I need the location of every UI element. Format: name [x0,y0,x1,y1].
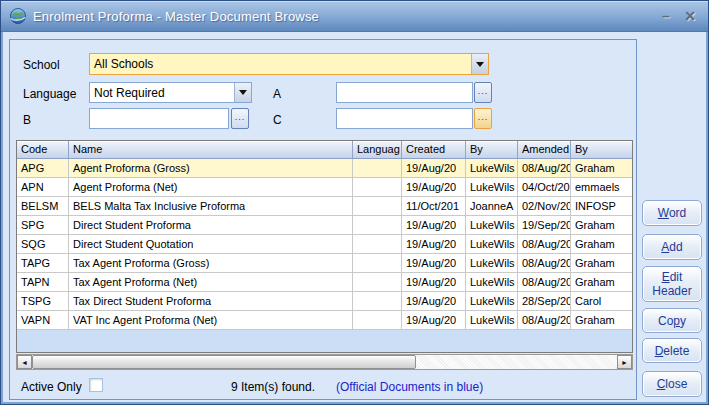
table-cell: 08/Aug/20 [518,235,571,253]
table-cell: BELSM [17,197,69,215]
table-cell: Graham [571,254,632,272]
add-button[interactable]: Add [642,234,702,260]
language-value: Not Required [94,86,165,100]
scrollbar-thumb[interactable] [32,355,416,369]
column-header-4[interactable]: By [466,141,518,158]
horizontal-scrollbar[interactable]: ◄ ► [16,354,633,370]
table-cell: Direct Student Quotation [69,235,353,253]
word-button[interactable]: Word [642,200,702,226]
table-cell: SQG [17,235,69,253]
official-documents-note: (Official Documents in blue) [336,380,483,394]
table-row[interactable]: VAPNVAT Inc Agent Proforma (Net)19/Aug/2… [17,311,632,330]
school-dropdown-button[interactable] [471,54,488,74]
table-cell: 19/Aug/20 [402,254,466,272]
minimize-button[interactable]: – [656,5,676,27]
close-window-button[interactable]: ✕ [680,5,700,27]
column-header-0[interactable]: Code [17,141,69,158]
table-cell: 19/Aug/20 [402,311,466,329]
table-cell: Agent Proforma (Net) [69,178,353,196]
table-cell: 08/Aug/20 [518,254,571,272]
button-label: Copy [658,314,686,328]
table-header: CodeNameLanguagCreatedByAmendedBy [17,141,632,159]
table-body: APGAgent Proforma (Gross)19/Aug/20LukeWi… [17,159,632,330]
column-header-2[interactable]: Languag [353,141,402,158]
active-only-label: Active Only [21,380,82,394]
language-label: Language [23,87,76,101]
close-button[interactable]: Close [642,371,702,397]
table-cell: Tax Agent Proforma (Gross) [69,254,353,272]
column-header-6[interactable]: By [571,141,632,158]
button-label: Word [658,206,686,220]
school-label: School [23,58,60,72]
table-cell: 19/Aug/20 [402,235,466,253]
table-cell [353,235,402,253]
document-table: CodeNameLanguagCreatedByAmendedBy APGAge… [16,140,633,353]
table-cell: BELS Malta Tax Inclusive Proforma [69,197,353,215]
table-cell [353,273,402,291]
table-cell: Graham [571,235,632,253]
button-label: Delete [655,344,690,358]
table-cell: VAPN [17,311,69,329]
field-b-label: B [23,113,31,127]
table-cell: emmaels [571,178,632,196]
table-row[interactable]: SQGDirect Student Quotation19/Aug/20Luke… [17,235,632,254]
table-cell: INFOSP [571,197,632,215]
table-row[interactable]: SPGDirect Student Proforma19/Aug/20LukeW… [17,216,632,235]
table-cell: TAPN [17,273,69,291]
table-cell [353,216,402,234]
table-cell [353,292,402,310]
table-cell: TAPG [17,254,69,272]
column-header-5[interactable]: Amended [518,141,571,158]
edit-header-button[interactable]: EditHeader [642,266,702,302]
table-row[interactable]: TSPGTax Direct Student Proforma19/Aug/20… [17,292,632,311]
table-cell: Carol [571,292,632,310]
table-row[interactable]: APNAgent Proforma (Net)19/Aug/20LukeWils… [17,178,632,197]
table-cell: Graham [571,311,632,329]
button-label: Header [652,284,691,298]
button-label: Edit [662,270,683,284]
table-cell: LukeWils [466,235,518,253]
field-c-input[interactable] [336,108,473,129]
table-cell: LukeWils [466,159,518,177]
school-combobox[interactable]: All Schools [89,53,489,75]
table-cell: 02/Nov/20 [518,197,571,215]
table-row[interactable]: TAPGTax Agent Proforma (Gross)19/Aug/20L… [17,254,632,273]
table-cell: Tax Agent Proforma (Net) [69,273,353,291]
field-a-browse-button[interactable]: ... [474,82,492,103]
table-row[interactable]: BELSMBELS Malta Tax Inclusive Proforma11… [17,197,632,216]
delete-button[interactable]: Delete [642,338,702,363]
title-bar[interactable]: Enrolment Proforma - Master Document Bro… [1,1,708,32]
active-only-checkbox[interactable] [89,378,103,392]
enrolment-proforma-window: Enrolment Proforma - Master Document Bro… [0,0,709,405]
scroll-left-icon[interactable]: ◄ [17,355,32,369]
column-header-3[interactable]: Created [402,141,466,158]
table-cell: Agent Proforma (Gross) [69,159,353,177]
table-cell: APN [17,178,69,196]
table-cell: LukeWils [466,254,518,272]
copy-button[interactable]: Copy [642,308,702,333]
table-cell: LukeWils [466,311,518,329]
table-cell: Graham [571,273,632,291]
table-cell: 19/Aug/20 [402,159,466,177]
chevron-down-icon [239,90,247,95]
field-b-browse-button[interactable]: ... [231,108,249,129]
field-b-input[interactable] [89,108,229,129]
field-a-label: A [273,87,281,101]
table-cell [353,159,402,177]
table-cell: Tax Direct Student Proforma [69,292,353,310]
table-cell: LukeWils [466,273,518,291]
table-cell: 19/Sep/20 [518,216,571,234]
table-row[interactable]: TAPNTax Agent Proforma (Net)19/Aug/20Luk… [17,273,632,292]
scroll-right-icon[interactable]: ► [617,355,632,369]
table-cell: LukeWils [466,216,518,234]
field-c-browse-button[interactable]: ... [474,108,492,129]
language-dropdown-button[interactable] [234,83,251,102]
table-cell: APG [17,159,69,177]
table-cell: 11/Oct/201 [402,197,466,215]
table-row[interactable]: APGAgent Proforma (Gross)19/Aug/20LukeWi… [17,159,632,178]
table-cell: Graham [571,216,632,234]
field-a-input[interactable] [336,82,473,103]
column-header-1[interactable]: Name [69,141,353,158]
language-combobox[interactable]: Not Required [89,82,252,103]
field-c-label: C [273,113,282,127]
